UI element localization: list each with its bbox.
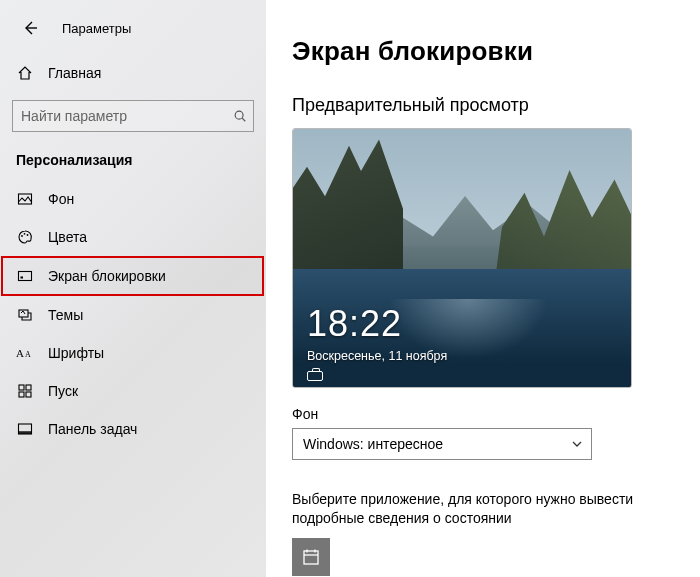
nav-label: Фон (48, 191, 74, 207)
sidebar-item-colors[interactable]: Цвета (0, 218, 266, 256)
svg-rect-16 (304, 551, 318, 564)
detailed-status-app-tile[interactable] (292, 538, 330, 576)
start-icon (16, 382, 34, 400)
svg-rect-12 (19, 392, 24, 397)
nav-label: Шрифты (48, 345, 104, 361)
svg-rect-15 (19, 431, 32, 434)
sidebar-item-taskbar[interactable]: Панель задач (0, 410, 266, 448)
lockscreen-status-icon (307, 371, 323, 381)
background-field-label: Фон (292, 406, 700, 422)
settings-sidebar: Параметры Главная Персонализация Фон (0, 0, 266, 577)
home-icon (16, 64, 34, 82)
back-button[interactable] (16, 14, 44, 42)
nav-label: Цвета (48, 229, 87, 245)
fonts-icon: AA (16, 344, 34, 362)
svg-rect-11 (26, 385, 31, 390)
svg-point-2 (21, 235, 23, 237)
settings-title: Параметры (62, 21, 131, 36)
chevron-down-icon (571, 438, 583, 450)
arrow-left-icon (22, 20, 38, 36)
background-dropdown-value: Windows: интересное (303, 436, 443, 452)
lockscreen-preview: 18:22 Воскресенье, 11 ноября (292, 128, 632, 388)
sidebar-item-start[interactable]: Пуск (0, 372, 266, 410)
svg-text:A: A (25, 350, 31, 359)
content-area: Экран блокировки Предварительный просмот… (266, 0, 700, 577)
sidebar-home[interactable]: Главная (0, 54, 266, 92)
taskbar-icon (16, 420, 34, 438)
sidebar-item-themes[interactable]: Темы (0, 296, 266, 334)
calendar-icon (301, 547, 321, 567)
nav-label: Панель задач (48, 421, 137, 437)
sidebar-home-label: Главная (48, 65, 101, 81)
svg-point-3 (24, 233, 26, 235)
sidebar-item-background[interactable]: Фон (0, 180, 266, 218)
themes-icon (16, 306, 34, 324)
sidebar-item-fonts[interactable]: AA Шрифты (0, 334, 266, 372)
preview-heading: Предварительный просмотр (292, 95, 700, 116)
sidebar-group-label: Персонализация (0, 142, 266, 180)
svg-rect-6 (21, 277, 24, 279)
nav-label: Темы (48, 307, 83, 323)
svg-rect-10 (19, 385, 24, 390)
page-title: Экран блокировки (292, 36, 700, 67)
svg-text:A: A (16, 347, 24, 359)
svg-rect-5 (19, 272, 32, 281)
lockscreen-time: 18:22 (307, 303, 402, 345)
lockscreen-date: Воскресенье, 11 ноября (307, 349, 447, 363)
lockscreen-icon (16, 267, 34, 285)
nav-label: Пуск (48, 383, 78, 399)
search-box[interactable] (12, 100, 254, 132)
search-input[interactable] (21, 108, 223, 124)
search-icon (233, 109, 247, 123)
app-status-hint: Выберите приложение, для которого нужно … (292, 490, 672, 528)
picture-icon (16, 190, 34, 208)
background-dropdown[interactable]: Windows: интересное (292, 428, 592, 460)
sidebar-item-lockscreen[interactable]: Экран блокировки (1, 256, 264, 296)
nav-label: Экран блокировки (48, 268, 166, 284)
svg-rect-13 (26, 392, 31, 397)
svg-point-4 (27, 234, 29, 236)
palette-icon (16, 228, 34, 246)
svg-point-0 (235, 111, 243, 119)
